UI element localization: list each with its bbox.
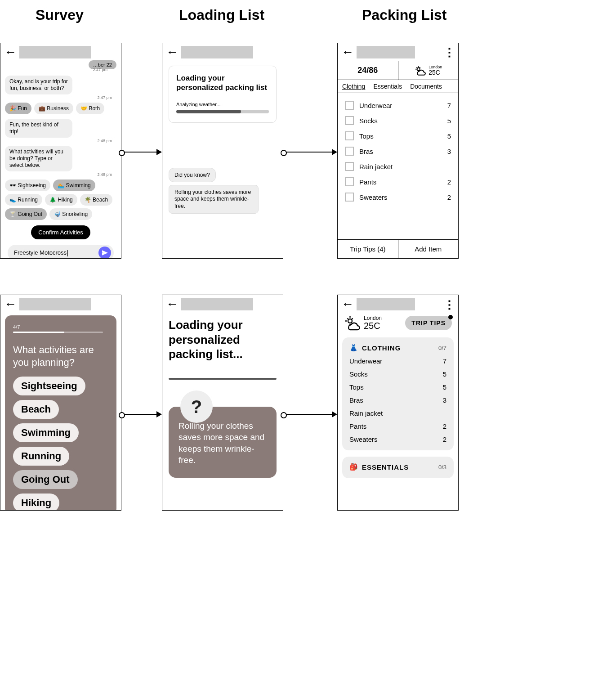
activity-chip[interactable]: 🍸 Going Out [5, 208, 47, 220]
activity-option[interactable]: Beach [13, 400, 59, 419]
loading-title: Loading your personalized packing list [176, 73, 269, 93]
item-name: Bras [349, 396, 363, 404]
packing-item-row[interactable]: Bras3 [349, 396, 446, 404]
timestamp: 2:47 pm [5, 95, 112, 100]
packing-item-row[interactable]: Socks5 [349, 370, 446, 378]
item-name: Rain jacket [359, 163, 446, 171]
title-placeholder [181, 298, 253, 310]
activity-option[interactable]: Sightseeing [13, 377, 85, 395]
activity-chip[interactable]: 🤿 Snorkeling [49, 208, 92, 220]
trip-type-chip[interactable]: 💼 Business [34, 103, 73, 114]
tip-body: Rolling your clothes saves more space an… [169, 185, 259, 214]
confirm-activities-button[interactable]: Confirm Activities [31, 225, 90, 239]
item-qty: 7 [443, 357, 446, 365]
back-icon[interactable]: ← [166, 45, 179, 59]
screen-packing-cards: ← ⋯ London 25C TRIP TIPS 👗CLOTHING0/7Und… [337, 295, 459, 511]
weather-temp: 25C [364, 321, 382, 331]
category-card: 👗CLOTHING0/7Underwear7Socks5Tops5Bras3Ra… [342, 337, 454, 450]
svg-point-1 [348, 319, 352, 323]
activity-input[interactable]: Freestyle Motocross [8, 245, 114, 259]
trip-tips-button[interactable]: Trip Tips (4) [338, 240, 398, 258]
more-icon[interactable]: ⋯ [442, 299, 456, 310]
category-count: 0/7 [438, 345, 446, 351]
activity-chip[interactable]: 🌴 Beach [80, 194, 112, 206]
tip-card: ? Rolling your clothes saves more space … [169, 407, 277, 478]
timestamp: 2:47 pm [93, 67, 107, 72]
back-icon[interactable]: ← [166, 297, 179, 311]
item-name: Bras [359, 148, 442, 155]
trip-type-chip[interactable]: 🤝 Both [76, 103, 104, 114]
item-qty: 2 [447, 193, 451, 201]
packing-item-row[interactable]: Rain jacket [349, 409, 446, 417]
packing-item-row: Pants2 [345, 174, 451, 189]
checkbox[interactable] [345, 177, 354, 186]
weather-widget: London 25C [344, 315, 382, 331]
trip-tips-chip[interactable]: TRIP TIPS [405, 316, 452, 330]
checkbox[interactable] [345, 193, 354, 202]
packing-item-row: Socks5 [345, 113, 451, 128]
back-icon[interactable]: ← [341, 45, 354, 59]
title-placeholder [19, 298, 91, 310]
category-tab[interactable]: Documents [410, 83, 442, 90]
packing-item-row[interactable]: Pants2 [349, 422, 446, 430]
checkbox[interactable] [345, 131, 354, 140]
category-tab[interactable]: Essentials [373, 83, 402, 90]
timestamp: 2:48 pm [5, 139, 112, 143]
flow-arrow-icon [121, 152, 161, 153]
item-qty: 5 [447, 117, 451, 125]
input-value: Freestyle Motocross [14, 249, 95, 256]
activity-chip[interactable]: 👟 Running [5, 194, 42, 206]
trip-type-chip[interactable]: 🎉 Fun [5, 103, 31, 114]
item-name: Rain jacket [349, 409, 383, 417]
loading-card: Loading your personalized packing list A… [169, 66, 277, 123]
activity-option[interactable]: Going Out [13, 470, 78, 489]
question-mark-icon: ? [180, 390, 213, 423]
screen-loading-card: ← Loading your personalized packing list… [162, 43, 283, 259]
checkbox[interactable] [345, 101, 354, 110]
activity-chip[interactable]: 🏊 Swimming [53, 179, 95, 191]
title-placeholder [357, 46, 415, 58]
activity-chip[interactable]: 🕶️ Sightseeing [5, 179, 50, 191]
checkbox[interactable] [345, 162, 354, 171]
back-icon[interactable]: ← [4, 297, 17, 311]
screen-loading-bold: ← Loading your personalized packing list… [162, 295, 283, 511]
item-qty: 3 [447, 148, 451, 155]
packing-item-row: Rain jacket [345, 159, 451, 174]
activity-option[interactable]: Running [13, 447, 69, 466]
packing-item-row[interactable]: Underwear7 [349, 357, 446, 365]
flow-arrow-icon [283, 414, 336, 415]
back-icon[interactable]: ← [4, 45, 17, 59]
flow-arrow-icon [121, 414, 161, 415]
item-name: Sweaters [359, 193, 442, 201]
progress-bar [169, 378, 277, 380]
bot-message: Okay, and is your trip for fun, business… [5, 76, 72, 94]
packing-item-row[interactable]: Tops5 [349, 383, 446, 391]
more-icon[interactable]: ⋯ [442, 47, 456, 58]
activity-option[interactable]: Hiking [13, 494, 59, 511]
checkbox[interactable] [345, 116, 354, 125]
bot-message: Fun, the best kind of trip! [5, 119, 72, 138]
packing-item-row[interactable]: Sweaters2 [349, 435, 446, 443]
item-name: Tops [349, 383, 364, 391]
progress-bar [176, 110, 269, 113]
loading-title: Loading your personalized packing list..… [169, 318, 277, 362]
checkbox[interactable] [345, 147, 354, 156]
progress-count: 24/86 [338, 61, 398, 80]
add-item-button[interactable]: Add Item [398, 240, 459, 258]
item-qty: 7 [447, 102, 451, 109]
activity-option[interactable]: Swimming [13, 423, 79, 442]
item-name: Tops [359, 132, 442, 140]
back-icon[interactable]: ← [341, 297, 354, 311]
weather-widget: London 25C [398, 61, 459, 80]
activity-chip[interactable]: 🌲 Hiking [45, 194, 77, 206]
weather-icon [344, 315, 360, 331]
screen-packing-tabs: ← ⋯ 24/86 London 25C ClothingEssentialsD… [337, 43, 459, 259]
weather-icon [414, 65, 426, 76]
step-label: 4/7 [13, 324, 108, 330]
category-tab[interactable]: Clothing [342, 83, 365, 90]
send-icon[interactable] [98, 247, 111, 259]
title-placeholder [181, 46, 253, 58]
category-icon: 🎒 [349, 463, 358, 471]
timestamp: 2:48 pm [5, 172, 112, 177]
screen-survey-chat: ← …ber 22 2:47 pm Okay, and is your trip… [0, 43, 121, 259]
